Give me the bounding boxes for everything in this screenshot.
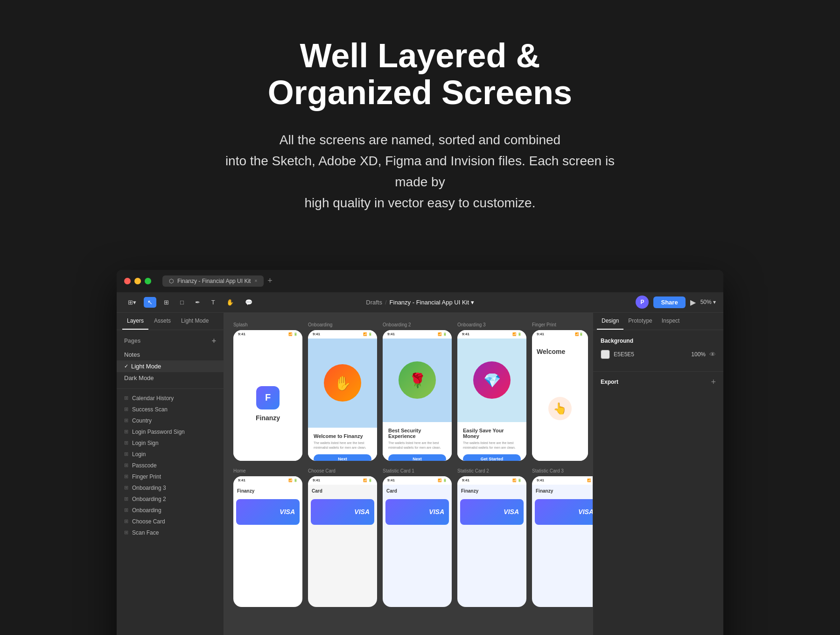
tab-layers[interactable]: Layers [122, 313, 148, 330]
layer-passcode[interactable]: ⊞ Passcode [117, 460, 224, 471]
layer-login-password-sign[interactable]: ⊞ Login Password Sign [117, 426, 224, 437]
toolbar-center: Drafts / Finanzy - Financial App UI Kit … [366, 299, 474, 306]
tab-light-mode[interactable]: Light Mode [176, 313, 213, 330]
visibility-eye-icon[interactable]: 👁 [709, 351, 716, 358]
phone-stat3: 9:41 📶 🔋 Finanzy VISA [532, 476, 593, 607]
share-button[interactable]: Share [653, 296, 685, 308]
stat3-header: Finanzy [532, 485, 593, 497]
phone-stat1: 9:41 📶 🔋 Card VISA [383, 476, 452, 607]
main-menu-button[interactable]: ⊞▾ [124, 297, 140, 308]
select-tool-button[interactable]: ↖ [144, 297, 156, 308]
onboarding3-illustration: 💎 [457, 339, 526, 422]
onboarding2-next-button[interactable]: Next [388, 454, 446, 461]
status-bar: 9:41 📶 🔋 [383, 476, 452, 485]
frame-statistic1: Statistic Card 1 9:41 📶 🔋 Card VISA [383, 468, 452, 607]
layer-country[interactable]: ⊞ Country [117, 415, 224, 426]
pen-tool-button[interactable]: ✒ [191, 297, 204, 308]
page-item-notes[interactable]: Notes [117, 349, 224, 360]
comment-tool-button[interactable]: 💬 [241, 297, 256, 308]
figma-tab[interactable]: ⬡ Finanzy - Financial App UI Kit × [162, 275, 264, 287]
layer-onboarding[interactable]: ⊞ Onboarding [117, 505, 224, 516]
frame-label-onboarding2: Onboarding 2 [383, 322, 452, 327]
status-icons: 📶 🔋 [512, 479, 522, 482]
layer-label: Success Scan [132, 406, 168, 413]
home-visa-card: VISA [236, 499, 300, 525]
bg-opacity-value: 100% [691, 351, 706, 358]
layer-label: Scan Face [132, 529, 159, 536]
add-export-button[interactable]: + [711, 377, 716, 387]
splash-screen-content: F Finanzy [233, 339, 302, 461]
layer-scan-face[interactable]: ⊞ Scan Face [117, 527, 224, 538]
hand-icon: ✋ [226, 299, 234, 306]
hero-section: Well Layered &Organized Screens All the … [0, 0, 840, 242]
onboarding1-next-button[interactable]: Next [314, 454, 371, 461]
layer-label: Login Sign [132, 440, 159, 446]
layer-login-sign[interactable]: ⊞ Login Sign [117, 437, 224, 449]
layer-success-scan[interactable]: ⊞ Success Scan [117, 404, 224, 415]
onboarding3-text: The wallets listed here are the best min… [463, 441, 521, 450]
status-time: 9:41 [238, 332, 245, 336]
zoom-control[interactable]: 50% ▾ [700, 299, 716, 305]
menu-icon: ⊞▾ [128, 299, 136, 306]
minimize-traffic-light[interactable] [134, 278, 141, 284]
status-bar: 9:41 📶 🔋 [457, 476, 526, 485]
frame-onboarding1: Onboarding 9:41 📶 🔋 ✋ Welcome to Finanzy [308, 322, 377, 461]
comment-icon: 💬 [245, 299, 252, 306]
canvas-area: Splash 9:41 📶 🔋 F Finanzy Onbo [224, 313, 593, 635]
new-tab-button[interactable]: + [267, 276, 273, 286]
frame-home: Home 9:41 📶 🔋 Finanzy VISA [233, 468, 302, 607]
close-traffic-light[interactable] [124, 278, 131, 284]
onboarding1-illustration: ✋ [308, 339, 377, 428]
frame-label-onboarding1: Onboarding [308, 322, 377, 327]
breadcrumb-file[interactable]: Finanzy - Financial App UI Kit ▾ [390, 299, 474, 306]
left-panel: Layers Assets Light Mode Pages + Notes ✓… [117, 313, 224, 635]
page-label-dark-mode: Dark Mode [124, 374, 154, 381]
right-panel-tabs: Design Prototype Inspect [593, 313, 723, 330]
splash-brand: Finanzy [256, 414, 280, 422]
page-item-light-mode[interactable]: ✓ Light Mode [117, 360, 224, 372]
layer-icon: ⊞ [124, 462, 128, 468]
layer-calendar-history[interactable]: ⊞ Calendar History [117, 393, 224, 404]
add-page-button[interactable]: + [212, 337, 216, 345]
splash-logo: F [256, 386, 280, 409]
phone-onboarding1: 9:41 📶 🔋 ✋ Welcome to Finanzy The wallet… [308, 330, 377, 461]
shape-tool-button[interactable]: □ [176, 297, 188, 308]
bg-color-swatch[interactable] [601, 350, 610, 359]
frame-label-stat2: Statistic Card 2 [457, 468, 526, 473]
page-item-dark-mode[interactable]: Dark Mode [117, 372, 224, 384]
status-bar: 9:41 📶 🔋 [383, 330, 452, 339]
tab-assets[interactable]: Assets [149, 313, 175, 330]
onboarding3-get-started-button[interactable]: Get Started [463, 454, 521, 461]
onboarding1-content: ✋ Welcome to Finanzy The wallets listed … [308, 339, 377, 461]
tab-close-icon[interactable]: × [254, 278, 257, 283]
right-tab-prototype[interactable]: Prototype [623, 313, 657, 330]
right-tab-design[interactable]: Design [597, 313, 623, 330]
text-tool-button[interactable]: T [208, 297, 219, 308]
frame-label-splash: Splash [233, 322, 302, 327]
breadcrumb-drafts[interactable]: Drafts [366, 299, 382, 306]
right-panel: Design Prototype Inspect Background E5E5… [593, 313, 723, 635]
phone-splash: 9:41 📶 🔋 F Finanzy [233, 330, 302, 461]
layer-choose-card[interactable]: ⊞ Choose Card [117, 516, 224, 527]
status-bar: 9:41 📶 🔋 [532, 476, 593, 485]
frame-tool-button[interactable]: ⊞ [160, 297, 173, 308]
status-time: 9:41 [313, 478, 320, 482]
fullscreen-traffic-light[interactable] [145, 278, 151, 284]
layer-label: Passcode [132, 462, 157, 469]
export-section: Export + [593, 371, 723, 387]
hand-tool-button[interactable]: ✋ [223, 297, 238, 308]
breadcrumb-separator: / [385, 299, 387, 306]
layer-onboarding2[interactable]: ⊞ Onboarding 2 [117, 494, 224, 505]
layer-fingerprint[interactable]: ⊞ Finger Print [117, 471, 224, 482]
status-icons: 📶 🔋 [288, 332, 298, 336]
layer-login[interactable]: ⊞ Login [117, 449, 224, 460]
tab-area: ⬡ Finanzy - Financial App UI Kit × + [162, 275, 273, 287]
visa-text: VISA [429, 508, 444, 515]
onboarding3-content: 💎 Easily Save Your Money The wallets lis… [457, 339, 526, 461]
onboarding1-text: The wallets listed here are the best min… [314, 441, 371, 450]
play-button[interactable]: ▶ [690, 298, 696, 307]
layer-label: Login [132, 451, 146, 458]
right-tab-inspect[interactable]: Inspect [657, 313, 685, 330]
active-page-checkmark: ✓ [124, 363, 128, 369]
layer-onboarding3[interactable]: ⊞ Onboarding 3 [117, 482, 224, 494]
